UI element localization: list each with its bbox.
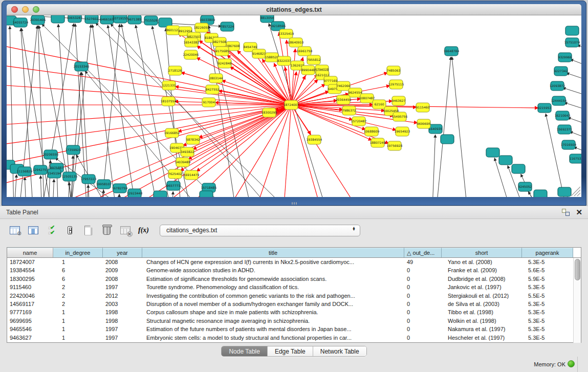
graph-node[interactable] [486,148,499,157]
graph-edge-black[interactable] [566,73,581,85]
graph-node[interactable]: 20206556 [43,150,59,159]
graph-node[interactable]: 19384554 [307,135,322,144]
graph-node[interactable]: 20391406 [30,15,46,25]
table-row[interactable]: 1938455462009Genome-wide association stu… [7,266,581,274]
graph-node[interactable] [565,26,579,35]
graph-node[interactable]: 16648784 [444,47,460,56]
graph-edge-black[interactable] [52,179,54,197]
table-row[interactable]: 1872400712008Changes of HCN gene express… [7,258,581,266]
graph-edge-black[interactable] [568,197,581,198]
graph-node[interactable]: 12923448 [127,189,143,197]
table-row[interactable]: 911546021997Tourette syndrome. Phenomeno… [7,283,581,291]
graph-node[interactable]: 62160 [373,100,386,109]
graph-node[interactable]: 18226058 [194,23,210,32]
graph-node[interactable]: 5878342 [186,135,200,144]
column-header-short[interactable]: short [442,248,522,257]
graph-node[interactable]: 15751074 [564,38,580,47]
column-header-year[interactable]: year [103,248,142,257]
graph-node[interactable]: 7955812 [307,55,321,64]
graph-edge-black[interactable] [67,182,70,197]
graph-node[interactable]: 917004 [202,98,215,107]
graph-node[interactable]: 1167533 [570,154,581,163]
graph-edge-red[interactable] [283,105,291,197]
graph-node[interactable]: 15720487 [351,117,367,126]
graph-node[interactable]: 19756928 [387,141,403,150]
graph-edge-red[interactable] [291,105,324,197]
close-panel-icon[interactable]: ✕ [576,208,582,217]
tab-network-table[interactable]: Network Table [313,346,366,356]
graph-node[interactable]: 16914479 [184,170,200,180]
graph-node[interactable]: 22420046 [183,50,199,59]
graph-node[interactable] [512,164,525,173]
graph-node[interactable]: 14055724 [13,18,29,27]
graph-node[interactable]: 7462066 [337,81,351,91]
selection-mode-icon[interactable] [63,224,76,237]
graph-node[interactable]: 16543382 [184,38,200,47]
graph-node[interactable]: 12505135 [62,172,78,181]
graph-node[interactable]: 1588520 [265,53,279,62]
graph-node[interactable]: 9657771 [167,181,181,190]
graph-node[interactable]: 10688609 [364,127,380,136]
table-selector-dropdown[interactable]: citations_edges.txt ▲▼ [160,225,360,236]
resize-grip-icon[interactable] [571,187,580,196]
graph-edge-black[interactable] [121,24,163,197]
graph-edge-red[interactable] [291,105,389,144]
close-window-button[interactable] [11,6,18,13]
table-row[interactable]: 977716911998Corpus callosum shape and si… [7,308,581,316]
table-row[interactable]: 946362711997Embryonic stem cells: a mode… [7,334,581,342]
table-row[interactable]: 946554611997Estimation of the future num… [7,325,581,333]
graph-node[interactable]: 12093872 [550,81,565,91]
graph-node[interactable]: 10653287 [67,15,83,23]
graph-node[interactable]: 9245052 [518,182,532,191]
graph-edge-black[interactable] [40,176,42,197]
column-header-out_degree[interactable]: △ out_de... [404,248,442,257]
graph-edge-black[interactable] [25,177,27,197]
graph-node[interactable] [200,191,213,197]
graph-node[interactable]: 1221331 [162,81,176,90]
graph-node[interactable]: 15495756 [392,112,408,121]
column-header-pagerank[interactable]: pagerank [522,248,573,257]
graph-node[interactable]: 18807249 [370,138,386,147]
graph-node[interactable]: 15692371 [557,125,573,134]
graph-node[interactable]: 1545194 [48,169,61,178]
graph-node[interactable]: 1527602 [85,15,99,24]
column-header-in_degree[interactable]: in_degree [53,248,103,257]
graph-node[interactable]: 12975115 [388,80,404,89]
graph-node[interactable]: 20153346 [74,62,90,71]
graph-node[interactable]: 2803144 [209,74,223,83]
graph-node[interactable]: 9227342 [554,67,568,76]
new-document-icon[interactable] [82,224,95,237]
graph-edge-black[interactable] [170,191,173,197]
graph-node[interactable]: 14039489 [175,158,191,167]
row-check-selection-icon[interactable]: □✔□✔ [45,224,58,237]
graph-node[interactable] [499,156,512,165]
graph-node[interactable]: 7485063 [387,66,401,75]
graph-node[interactable]: 2718126 [168,66,182,75]
graph-node[interactable]: 9463627 [392,96,406,105]
minimize-window-button[interactable] [22,6,29,13]
graph-node[interactable]: 17016504 [561,140,577,149]
graph-node[interactable]: 7515526 [144,16,158,25]
float-panel-icon[interactable] [562,209,570,216]
graph-node[interactable]: 8322037 [277,56,291,65]
graph-node[interactable]: 8601123 [166,26,180,35]
zoom-window-button[interactable] [33,6,39,13]
panel-splitter-handle[interactable] [290,201,298,205]
table-row[interactable]: 1456911722003Disruption of a novel membe… [7,300,581,308]
vertical-scrollbar[interactable] [573,258,581,343]
graph-node[interactable]: 11156829 [17,167,33,176]
graph-node[interactable]: 7986372 [342,106,356,115]
graph-edge-black[interactable] [452,57,470,197]
graph-edge-black[interactable] [570,59,581,71]
graph-node[interactable]: 18300295 [262,108,277,117]
graph-node[interactable]: 9215953 [538,103,552,113]
graph-node[interactable]: 18640910 [288,38,304,47]
graph-edge-black[interactable] [85,71,222,198]
column-header-title[interactable]: title [142,248,404,257]
column-header-name[interactable]: name [7,248,53,257]
graph-edge-black[interactable] [99,24,120,197]
graph-node[interactable]: 12942757 [33,165,49,174]
graph-edge-black[interactable] [431,135,435,197]
window-titlebar[interactable]: citations_edges.txt [7,4,581,15]
graph-node[interactable]: 9329966 [558,53,572,62]
